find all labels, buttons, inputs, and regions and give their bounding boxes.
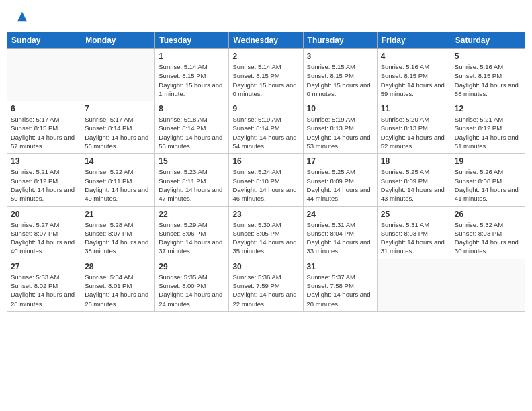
day-info: Sunrise: 5:19 AMSunset: 8:13 PMDaylight:… bbox=[307, 115, 373, 150]
calendar-day-cell: 10Sunrise: 5:19 AMSunset: 8:13 PMDayligh… bbox=[303, 101, 377, 154]
calendar-day-cell bbox=[377, 259, 451, 311]
day-number: 6 bbox=[11, 104, 77, 113]
calendar-day-cell: 13Sunrise: 5:21 AMSunset: 8:12 PMDayligh… bbox=[7, 154, 81, 206]
calendar-day-cell bbox=[451, 259, 525, 311]
calendar-day-cell bbox=[81, 49, 155, 101]
calendar-day-cell: 30Sunrise: 5:36 AMSunset: 7:59 PMDayligh… bbox=[229, 259, 303, 311]
day-info: Sunrise: 5:25 AMSunset: 8:09 PMDaylight:… bbox=[381, 167, 447, 203]
calendar-day-cell: 4Sunrise: 5:16 AMSunset: 8:15 PMDaylight… bbox=[377, 49, 451, 101]
day-info: Sunrise: 5:37 AMSunset: 7:58 PMDaylight:… bbox=[307, 273, 373, 308]
day-info: Sunrise: 5:23 AMSunset: 8:11 PMDaylight:… bbox=[159, 167, 225, 203]
calendar-day-cell: 17Sunrise: 5:25 AMSunset: 8:09 PMDayligh… bbox=[303, 154, 377, 206]
day-info: Sunrise: 5:21 AMSunset: 8:12 PMDaylight:… bbox=[11, 167, 77, 203]
calendar-day-cell: 15Sunrise: 5:23 AMSunset: 8:11 PMDayligh… bbox=[155, 154, 229, 206]
day-number: 26 bbox=[455, 210, 521, 219]
day-info: Sunrise: 5:36 AMSunset: 7:59 PMDaylight:… bbox=[232, 273, 299, 308]
day-number: 9 bbox=[232, 104, 299, 113]
day-info: Sunrise: 5:24 AMSunset: 8:10 PMDaylight:… bbox=[232, 167, 299, 203]
calendar-day-cell: 16Sunrise: 5:24 AMSunset: 8:10 PMDayligh… bbox=[229, 154, 303, 206]
day-info: Sunrise: 5:16 AMSunset: 8:15 PMDaylight:… bbox=[381, 62, 447, 98]
calendar-day-header: Friday bbox=[377, 32, 451, 49]
calendar-day-cell: 6Sunrise: 5:17 AMSunset: 8:15 PMDaylight… bbox=[7, 101, 81, 154]
day-number: 29 bbox=[159, 262, 225, 271]
day-info: Sunrise: 5:30 AMSunset: 8:05 PMDaylight:… bbox=[232, 220, 299, 256]
day-info: Sunrise: 5:27 AMSunset: 8:07 PMDaylight:… bbox=[11, 220, 77, 256]
day-info: Sunrise: 5:15 AMSunset: 8:15 PMDaylight:… bbox=[307, 62, 373, 98]
day-number: 19 bbox=[455, 156, 521, 166]
calendar-day-cell: 8Sunrise: 5:18 AMSunset: 8:14 PMDaylight… bbox=[155, 101, 229, 154]
day-number: 28 bbox=[85, 262, 151, 271]
calendar-day-header: Wednesday bbox=[229, 32, 303, 49]
day-info: Sunrise: 5:14 AMSunset: 8:15 PMDaylight:… bbox=[232, 62, 299, 98]
day-number: 16 bbox=[232, 156, 299, 166]
calendar-day-header: Monday bbox=[81, 32, 155, 49]
day-info: Sunrise: 5:19 AMSunset: 8:14 PMDaylight:… bbox=[232, 115, 299, 150]
day-info: Sunrise: 5:34 AMSunset: 8:01 PMDaylight:… bbox=[85, 273, 151, 308]
day-info: Sunrise: 5:33 AMSunset: 8:02 PMDaylight:… bbox=[11, 273, 77, 308]
day-info: Sunrise: 5:21 AMSunset: 8:12 PMDaylight:… bbox=[455, 115, 521, 150]
day-number: 21 bbox=[85, 210, 151, 219]
day-info: Sunrise: 5:16 AMSunset: 8:15 PMDaylight:… bbox=[455, 62, 521, 98]
day-number: 20 bbox=[11, 210, 77, 219]
day-number: 5 bbox=[455, 52, 521, 61]
day-number: 15 bbox=[159, 156, 225, 166]
day-number: 7 bbox=[85, 104, 151, 113]
calendar-day-cell: 18Sunrise: 5:25 AMSunset: 8:09 PMDayligh… bbox=[377, 154, 451, 206]
calendar-day-header: Tuesday bbox=[155, 32, 229, 49]
calendar-day-cell: 9Sunrise: 5:19 AMSunset: 8:14 PMDaylight… bbox=[229, 101, 303, 154]
day-info: Sunrise: 5:29 AMSunset: 8:06 PMDaylight:… bbox=[159, 220, 225, 256]
calendar-day-cell: 26Sunrise: 5:32 AMSunset: 8:03 PMDayligh… bbox=[451, 206, 525, 259]
day-number: 27 bbox=[11, 262, 77, 271]
day-info: Sunrise: 5:35 AMSunset: 8:00 PMDaylight:… bbox=[159, 273, 225, 308]
day-info: Sunrise: 5:32 AMSunset: 8:03 PMDaylight:… bbox=[455, 220, 521, 256]
day-number: 17 bbox=[307, 156, 373, 166]
day-number: 4 bbox=[381, 52, 447, 61]
svg-marker-0 bbox=[17, 12, 27, 21]
day-number: 1 bbox=[159, 52, 225, 61]
calendar-day-cell: 22Sunrise: 5:29 AMSunset: 8:06 PMDayligh… bbox=[155, 206, 229, 259]
day-number: 2 bbox=[232, 52, 299, 61]
day-info: Sunrise: 5:26 AMSunset: 8:08 PMDaylight:… bbox=[455, 167, 521, 203]
calendar-day-cell: 31Sunrise: 5:37 AMSunset: 7:58 PMDayligh… bbox=[303, 259, 377, 311]
calendar-day-cell: 5Sunrise: 5:16 AMSunset: 8:15 PMDaylight… bbox=[451, 49, 525, 101]
day-info: Sunrise: 5:25 AMSunset: 8:09 PMDaylight:… bbox=[307, 167, 373, 203]
day-info: Sunrise: 5:18 AMSunset: 8:14 PMDaylight:… bbox=[159, 115, 225, 150]
calendar-day-header: Saturday bbox=[451, 32, 525, 49]
day-number: 30 bbox=[232, 262, 299, 271]
calendar-week-row: 13Sunrise: 5:21 AMSunset: 8:12 PMDayligh… bbox=[7, 154, 525, 206]
calendar-week-row: 6Sunrise: 5:17 AMSunset: 8:15 PMDaylight… bbox=[7, 101, 525, 154]
day-info: Sunrise: 5:28 AMSunset: 8:07 PMDaylight:… bbox=[85, 220, 151, 256]
day-info: Sunrise: 5:17 AMSunset: 8:15 PMDaylight:… bbox=[11, 115, 77, 150]
day-number: 12 bbox=[455, 104, 521, 113]
day-info: Sunrise: 5:17 AMSunset: 8:14 PMDaylight:… bbox=[85, 115, 151, 150]
calendar-day-cell: 14Sunrise: 5:22 AMSunset: 8:11 PMDayligh… bbox=[81, 154, 155, 206]
day-info: Sunrise: 5:20 AMSunset: 8:13 PMDaylight:… bbox=[381, 115, 447, 150]
calendar-week-row: 1Sunrise: 5:14 AMSunset: 8:15 PMDaylight… bbox=[7, 49, 525, 101]
calendar-day-cell: 20Sunrise: 5:27 AMSunset: 8:07 PMDayligh… bbox=[7, 206, 81, 259]
day-number: 25 bbox=[381, 210, 447, 219]
logo bbox=[15, 12, 28, 25]
calendar-header-row: SundayMondayTuesdayWednesdayThursdayFrid… bbox=[7, 32, 525, 49]
day-number: 13 bbox=[11, 156, 77, 166]
calendar-day-cell: 7Sunrise: 5:17 AMSunset: 8:14 PMDaylight… bbox=[81, 101, 155, 154]
calendar-day-cell: 19Sunrise: 5:26 AMSunset: 8:08 PMDayligh… bbox=[451, 154, 525, 206]
calendar-day-cell: 24Sunrise: 5:31 AMSunset: 8:04 PMDayligh… bbox=[303, 206, 377, 259]
day-number: 10 bbox=[307, 104, 373, 113]
calendar-week-row: 20Sunrise: 5:27 AMSunset: 8:07 PMDayligh… bbox=[7, 206, 525, 259]
day-number: 14 bbox=[85, 156, 151, 166]
calendar-day-cell: 21Sunrise: 5:28 AMSunset: 8:07 PMDayligh… bbox=[81, 206, 155, 259]
day-info: Sunrise: 5:31 AMSunset: 8:03 PMDaylight:… bbox=[381, 220, 447, 256]
logo-icon bbox=[16, 11, 28, 23]
day-info: Sunrise: 5:14 AMSunset: 8:15 PMDaylight:… bbox=[159, 62, 225, 98]
day-number: 3 bbox=[307, 52, 373, 61]
day-number: 23 bbox=[232, 210, 299, 219]
calendar-day-cell: 11Sunrise: 5:20 AMSunset: 8:13 PMDayligh… bbox=[377, 101, 451, 154]
calendar-day-cell: 1Sunrise: 5:14 AMSunset: 8:15 PMDaylight… bbox=[155, 49, 229, 101]
calendar-day-cell: 29Sunrise: 5:35 AMSunset: 8:00 PMDayligh… bbox=[155, 259, 229, 311]
day-number: 22 bbox=[159, 210, 225, 219]
calendar-day-header: Sunday bbox=[7, 32, 81, 49]
calendar-day-header: Thursday bbox=[303, 32, 377, 49]
page-header bbox=[7, 7, 525, 28]
day-info: Sunrise: 5:22 AMSunset: 8:11 PMDaylight:… bbox=[85, 167, 151, 203]
calendar-table: SundayMondayTuesdayWednesdayThursdayFrid… bbox=[7, 32, 525, 312]
